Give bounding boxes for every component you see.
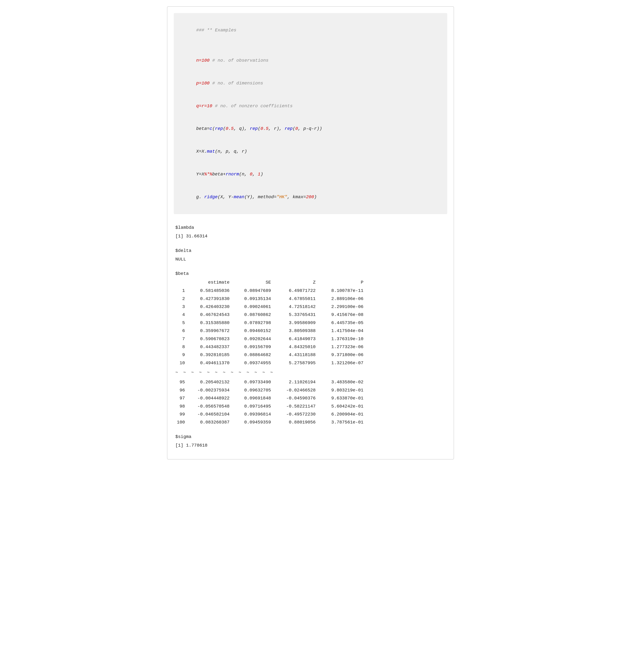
sigma-label: $sigma [175,433,446,441]
code-q-value: q=r=10 [196,103,212,108]
row-estimate: 0.443482337 [188,343,233,351]
header-z: Z [274,278,319,286]
code-beta-p5: ( [293,126,295,131]
delta-value: NULL [175,255,446,263]
header-p: P [319,278,363,286]
row-p: 9.633870e-01 [319,394,363,402]
row-estimate: 0.392810185 [188,351,233,359]
row-idx: 98 [175,402,188,410]
row-estimate: -0.004448922 [188,394,233,402]
row-estimate: 0.315385880 [188,319,233,327]
row-idx: 7 [175,335,188,343]
beta-table-header: estimate SE Z P [175,278,446,286]
row-se: 0.09632705 [233,386,274,394]
row-se: 0.07892798 [233,319,274,327]
row-se: 0.09459359 [233,418,274,426]
row-idx: 4 [175,311,188,319]
row-p: 6.445735e-05 [319,319,363,327]
code-g-open: (X, Y- [217,194,234,199]
code-rep3-func: rep [285,126,292,131]
row-estimate: -0.056570548 [188,402,233,410]
code-g-close: ) [314,194,317,199]
table-row: 96 -0.002375934 0.09632705 -0.02466528 9… [175,386,446,394]
code-mean-func: mean [234,194,244,199]
code-line-n: n=100 # no. of observations [180,49,441,72]
code-line-q: q=r=10 # no. of nonzero coefficients [180,95,441,118]
code-method-str: "HK" [277,194,287,199]
row-estimate: 0.083260387 [188,418,233,426]
beta-table: estimate SE Z P 1 0.581485036 0.08947689… [175,278,446,427]
beta-ellipsis: ~ ~ ~ ~ ~ ~ ~ ~ ~ ~ ~ ~ ~ [175,369,446,376]
code-y-n1: 0 [250,172,252,177]
code-block: ### ** Examples n=100 # no. of observati… [174,13,447,214]
table-row: 6 0.359967672 0.09460152 3.80509388 1.41… [175,327,446,335]
code-rep1-func: rep [215,126,223,131]
row-estimate: 0.359967672 [188,327,233,335]
code-rnorm-func: rnorm [226,172,239,177]
row-se: 0.09202644 [233,335,274,343]
table-row: 3 0.426403230 0.09024061 4.72518142 2.29… [175,303,446,311]
table-row: 100 0.083260387 0.09459359 0.88019056 3.… [175,418,446,426]
code-g-kmax: , kmax= [287,194,306,199]
table-row: 99 -0.046582104 0.09396814 -0.49572230 6… [175,410,446,418]
delta-label: $delta [175,247,446,255]
row-se: 0.08947689 [233,287,274,295]
code-beta-assign: beta= [196,126,210,131]
code-y-comma: , [252,172,258,177]
code-line-y: Y=X%*%beta+rnorm(n, 0, 1) [180,163,441,186]
row-estimate: 0.205402132 [188,378,233,386]
row-se: 0.09460152 [233,327,274,335]
row-p: 2.889106e-06 [319,295,363,303]
row-se: 0.08864682 [233,351,274,359]
row-z: -0.02466528 [274,386,319,394]
row-p: 2.299100e-06 [319,303,363,311]
code-beta-p1: ( [223,126,226,131]
main-container: ### ** Examples n=100 # no. of observati… [167,6,454,459]
code-beta-p2: , q), [234,126,250,131]
row-idx: 9 [175,351,188,359]
row-se: 0.09156709 [233,343,274,351]
code-x-assign: X=X. [196,149,207,154]
row-idx: 3 [175,303,188,311]
code-x-args: (n, p, q, r) [215,149,247,154]
row-z: 4.84325010 [274,343,319,351]
row-p: 8.100787e-11 [319,287,363,295]
beta-label: $beta [175,270,446,278]
header-se: SE [233,278,274,286]
code-matmul: %*% [204,172,212,177]
row-estimate: 0.426403230 [188,303,233,311]
code-beta-open: ( [212,126,215,131]
code-line-comment: ### ** Examples [180,19,441,42]
code-rep2-func: rep [250,126,258,131]
sigma-value: [1] 1.778618 [175,442,446,449]
code-c-func: c [210,126,212,131]
code-kmax-num: 200 [306,194,314,199]
row-p: 1.376319e-10 [319,335,363,343]
row-idx: 97 [175,394,188,402]
row-z: 3.80509388 [274,327,319,335]
code-mat-func: mat [207,149,215,154]
row-idx: 6 [175,327,188,335]
row-idx: 8 [175,343,188,351]
table-row: 97 -0.004448922 0.09691848 -0.04590376 9… [175,394,446,402]
row-p: 9.803219e-01 [319,386,363,394]
row-p: 6.200904e-01 [319,410,363,418]
code-q-comment: # no. of nonzero coefficients [212,103,293,108]
row-p: 9.415676e-08 [319,311,363,319]
row-z: 4.72518142 [274,303,319,311]
code-y-assign: Y=X [196,172,204,177]
table-row: 1 0.581485036 0.08947689 6.49871722 8.10… [175,287,446,295]
row-z: 6.41849073 [274,335,319,343]
row-se: 0.08760862 [233,311,274,319]
code-g-middle: (Y), method= [244,194,277,199]
code-beta-n3: 0 [295,126,298,131]
row-estimate: 0.427391830 [188,295,233,303]
row-idx: 10 [175,359,188,367]
table-row: 8 0.443482337 0.09156709 4.84325010 1.27… [175,343,446,351]
row-p: 3.787561e-01 [319,418,363,426]
comment-examples: ### ** Examples [196,28,236,33]
code-beta-p6: , p-q-r)) [298,126,322,131]
table-row: 5 0.315385880 0.07892798 3.99586909 6.44… [175,319,446,327]
row-z: 2.11026194 [274,378,319,386]
code-beta-n1: 0.5 [226,126,234,131]
